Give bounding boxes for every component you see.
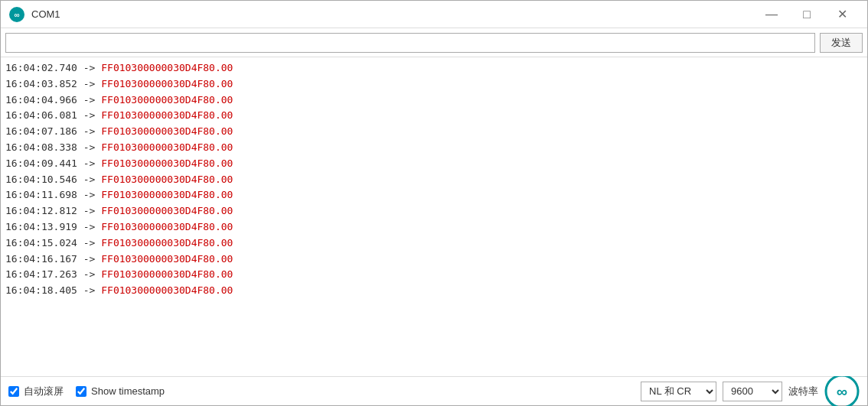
log-data: FF010300000030D4F80.00 (101, 158, 233, 169)
log-arrow: -> (83, 158, 96, 169)
svg-text:∞: ∞ (14, 11, 19, 19)
log-data: FF010300000030D4F80.00 (101, 109, 233, 121)
arduino-logo-area: ∞ (824, 374, 860, 407)
log-line: 16:04:09.441 -> FF010300000030D4F80.00 (5, 156, 863, 172)
log-arrow: -> (83, 221, 96, 232)
log-arrow: -> (83, 205, 96, 216)
main-window: ∞ COM1 — □ ✕ 发送 16:04:02.740 -> FF010300… (0, 0, 868, 406)
output-container: 16:04:02.740 -> FF010300000030D4F80.0016… (1, 57, 867, 376)
arduino-icon: ∞ (8, 6, 25, 23)
log-line: 16:04:12.812 -> FF010300000030D4F80.00 (5, 203, 863, 219)
log-timestamp: 16:04:09.441 (5, 158, 77, 169)
log-timestamp: 16:04:11.698 (5, 189, 77, 200)
log-timestamp: 16:04:12.812 (5, 205, 77, 216)
log-timestamp: 16:04:06.081 (5, 109, 77, 121)
log-timestamp: 16:04:04.966 (5, 94, 77, 106)
log-data: FF010300000030D4F80.00 (101, 284, 233, 296)
input-toolbar: 发送 (1, 28, 867, 57)
log-line: 16:04:13.919 -> FF010300000030D4F80.00 (5, 219, 863, 235)
log-line: 16:04:07.186 -> FF010300000030D4F80.00 (5, 124, 863, 140)
log-arrow: -> (83, 253, 96, 265)
log-timestamp: 16:04:18.405 (5, 284, 77, 296)
auto-scroll-checkbox[interactable] (8, 386, 19, 397)
log-line: 16:04:16.167 -> FF010300000030D4F80.00 (5, 252, 863, 268)
log-timestamp: 16:04:10.546 (5, 174, 77, 185)
line-ending-select[interactable]: 没有行结尾 新行 回车 NL 和 CR (641, 382, 716, 401)
log-line: 16:04:03.852 -> FF010300000030D4F80.00 (5, 76, 863, 93)
svg-text:∞: ∞ (837, 383, 847, 400)
baud-rate-select[interactable]: 300 1200 2400 4800 9600 19200 38400 5760… (723, 382, 782, 401)
auto-scroll-group: 自动滚屏 (8, 385, 64, 398)
log-line: 16:04:10.546 -> FF010300000030D4F80.00 (5, 172, 863, 188)
arduino-watermark-logo: ∞ (824, 374, 860, 407)
log-timestamp: 16:04:13.919 (5, 221, 77, 232)
log-data: FF010300000030D4F80.00 (101, 125, 233, 137)
log-arrow: -> (83, 125, 96, 137)
log-data: FF010300000030D4F80.00 (101, 174, 233, 185)
log-timestamp: 16:04:08.338 (5, 141, 77, 153)
log-timestamp: 16:04:16.167 (5, 253, 77, 265)
minimize-button[interactable]: — (754, 1, 789, 28)
log-data: FF010300000030D4F80.00 (101, 94, 233, 106)
log-line: 16:04:06.081 -> FF010300000030D4F80.00 (5, 108, 863, 124)
serial-output[interactable]: 16:04:02.740 -> FF010300000030D4F80.0016… (1, 57, 867, 376)
show-timestamp-label: Show timestamp (91, 385, 165, 397)
status-bar: 自动滚屏 Show timestamp 没有行结尾 新行 回车 NL 和 CR … (1, 376, 867, 405)
log-line: 16:04:02.740 -> FF010300000030D4F80.00 (5, 60, 863, 76)
serial-input[interactable] (5, 33, 815, 53)
log-data: FF010300000030D4F80.00 (101, 253, 233, 265)
log-arrow: -> (83, 189, 96, 200)
log-timestamp: 16:04:03.852 (5, 78, 77, 89)
log-arrow: -> (83, 109, 96, 121)
log-data: FF010300000030D4F80.00 (101, 221, 233, 232)
log-data: FF010300000030D4F80.00 (101, 62, 233, 73)
log-data: FF010300000030D4F80.00 (101, 268, 233, 280)
log-arrow: -> (83, 62, 96, 73)
log-arrow: -> (83, 78, 96, 89)
log-line: 16:04:04.966 -> FF010300000030D4F80.00 (5, 93, 863, 109)
log-arrow: -> (83, 94, 96, 106)
log-data: FF010300000030D4F80.00 (101, 189, 233, 200)
log-arrow: -> (83, 141, 96, 153)
log-arrow: -> (83, 284, 96, 296)
log-timestamp: 16:04:15.024 (5, 237, 77, 248)
log-timestamp: 16:04:17.263 (5, 268, 77, 280)
maximize-button[interactable]: □ (789, 1, 824, 28)
window-title: COM1 (31, 8, 754, 20)
log-line: 16:04:08.338 -> FF010300000030D4F80.00 (5, 140, 863, 156)
title-bar: ∞ COM1 — □ ✕ (1, 1, 867, 28)
status-right: 没有行结尾 新行 回车 NL 和 CR 300 1200 2400 4800 9… (641, 374, 860, 407)
log-data: FF010300000030D4F80.00 (101, 237, 233, 248)
log-line: 16:04:15.024 -> FF010300000030D4F80.00 (5, 235, 863, 252)
show-timestamp-checkbox[interactable] (76, 386, 86, 397)
log-timestamp: 16:04:07.186 (5, 125, 77, 137)
send-button[interactable]: 发送 (820, 33, 863, 53)
baud-rate-label: 波特率 (788, 385, 818, 398)
log-arrow: -> (83, 268, 96, 280)
log-data: FF010300000030D4F80.00 (101, 205, 233, 216)
auto-scroll-label: 自动滚屏 (24, 385, 64, 398)
show-timestamp-group: Show timestamp (76, 385, 165, 397)
log-line: 16:04:17.263 -> FF010300000030D4F80.00 (5, 267, 863, 283)
log-data: FF010300000030D4F80.00 (101, 141, 233, 153)
log-timestamp: 16:04:02.740 (5, 62, 77, 73)
close-button[interactable]: ✕ (824, 1, 860, 28)
log-data: FF010300000030D4F80.00 (101, 78, 233, 89)
log-arrow: -> (83, 174, 96, 185)
log-arrow: -> (83, 237, 96, 248)
log-line: 16:04:11.698 -> FF010300000030D4F80.00 (5, 187, 863, 203)
log-line: 16:04:18.405 -> FF010300000030D4F80.00 (5, 283, 863, 299)
window-controls: — □ ✕ (754, 1, 860, 28)
